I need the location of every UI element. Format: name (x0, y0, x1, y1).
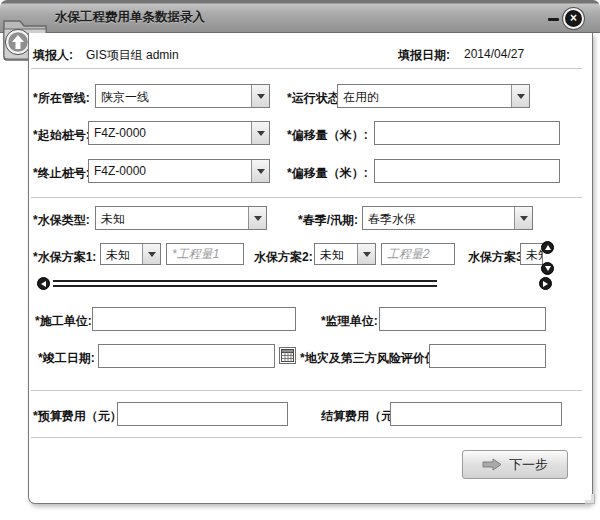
triangle-down-icon (545, 266, 551, 271)
season-dropdown-button[interactable] (514, 207, 532, 229)
chevron-down-icon (257, 94, 265, 99)
next-step-button[interactable]: 下一步 (462, 450, 568, 479)
budget-cost-label: *预算费用（元）: (33, 408, 126, 425)
end-offset-input[interactable] (374, 159, 560, 183)
completion-date-label: *竣工日期: (38, 350, 95, 367)
plan1-label: *水保方案1: (33, 249, 96, 266)
plan2-label: 水保方案2: (254, 249, 313, 266)
end-stake-select[interactable]: F4Z-0000 (88, 159, 270, 183)
risk-value-label: *地灾及第三方风险评价值: (300, 350, 441, 367)
ws-type-dropdown-button[interactable] (248, 207, 266, 229)
plan3-selected-value: 未知 (521, 244, 542, 264)
resize-grip[interactable] (585, 494, 595, 504)
entry-dialog-screen: 水保工程费用单条数据录入 × 填报人: GIS项目组 admin 填报日期: 2… (0, 0, 600, 520)
run-status-dropdown-button[interactable] (511, 85, 529, 107)
plan1-selected-value: 未知 (101, 244, 142, 264)
settlement-cost-input[interactable] (390, 402, 562, 426)
scroll-right-button[interactable] (539, 277, 552, 290)
builder-label: *施工单位: (35, 313, 92, 330)
start-stake-selected-value: F4Z-0000 (89, 122, 251, 144)
calendar-icon (281, 349, 294, 362)
plan2-quantity-input[interactable] (381, 243, 455, 265)
close-icon: × (570, 11, 577, 25)
end-stake-dropdown-button[interactable] (251, 160, 269, 182)
ws-type-selected-value: 未知 (96, 207, 248, 229)
close-button[interactable]: × (563, 8, 584, 29)
divider (31, 390, 582, 391)
title-bar: 水保工程费用单条数据录入 × (0, 0, 600, 33)
ws-type-label: *水保类型: (33, 212, 90, 229)
plan2-selected-value: 未知 (315, 244, 357, 264)
report-date-label: 填报日期: (398, 47, 450, 64)
pipeline-select[interactable]: 陕京一线 (95, 84, 270, 108)
pipeline-dropdown-button[interactable] (251, 85, 269, 107)
divider (31, 437, 582, 438)
season-select[interactable]: 春季水保 (362, 206, 533, 230)
plan1-dropdown-button[interactable] (142, 244, 160, 264)
next-step-label: 下一步 (509, 456, 548, 474)
triangle-up-icon (545, 245, 551, 250)
plan2-dropdown-button[interactable] (357, 244, 375, 264)
chevron-down-icon (363, 252, 371, 257)
plan3-select[interactable]: 未知 (520, 243, 543, 265)
divider (31, 68, 582, 69)
completion-date-input[interactable] (98, 344, 275, 368)
start-stake-label: *起始桩号: (33, 127, 90, 144)
triangle-left-icon (41, 281, 46, 287)
end-offset-label: *偏移量（米）: (287, 165, 368, 182)
chevron-down-icon (257, 169, 265, 174)
season-selected-value: 春季水保 (363, 207, 514, 229)
supervisor-label: *监理单位: (321, 313, 378, 330)
pipeline-selected-value: 陕京一线 (96, 85, 251, 107)
report-date-value: 2014/04/27 (464, 47, 524, 61)
minimize-button[interactable] (548, 18, 559, 21)
scroll-up-button[interactable] (541, 241, 554, 254)
risk-value-input[interactable] (429, 344, 546, 368)
scroll-down-button[interactable] (541, 262, 554, 275)
start-stake-select[interactable]: F4Z-0000 (88, 121, 270, 145)
horizontal-scrollbar-thumb[interactable] (53, 280, 437, 287)
scroll-left-button[interactable] (37, 277, 50, 290)
run-status-selected-value: 在用的 (338, 85, 511, 107)
ws-type-select[interactable]: 未知 (95, 206, 267, 230)
chevron-down-icon (148, 252, 156, 257)
chevron-down-icon (517, 94, 525, 99)
plan1-quantity-input[interactable] (166, 243, 244, 265)
pipeline-label: *所在管线: (33, 90, 90, 107)
plan2-select[interactable]: 未知 (314, 243, 376, 265)
divider (31, 197, 582, 198)
chevron-down-icon (257, 131, 265, 136)
triangle-right-icon (543, 281, 548, 287)
builder-input[interactable] (92, 307, 296, 331)
arrow-right-icon (482, 458, 502, 472)
end-stake-label: *终止桩号: (33, 165, 90, 182)
end-stake-selected-value: F4Z-0000 (89, 160, 251, 182)
chevron-down-icon (254, 216, 262, 221)
plan3-label: 水保方案3: (468, 249, 527, 266)
season-label: *春季/汛期: (298, 212, 358, 229)
budget-cost-input[interactable] (117, 402, 288, 426)
reporter-label: 填报人: (33, 47, 73, 64)
start-stake-dropdown-button[interactable] (251, 122, 269, 144)
run-status-select[interactable]: 在用的 (337, 84, 530, 108)
start-offset-label: *偏移量（米）: (287, 127, 368, 144)
dialog-title: 水保工程费用单条数据录入 (55, 9, 205, 26)
plan1-select[interactable]: 未知 (100, 243, 161, 265)
reporter-value: GIS项目组 admin (86, 47, 179, 64)
start-offset-input[interactable] (374, 121, 560, 145)
chevron-down-icon (520, 216, 528, 221)
calendar-button[interactable] (279, 347, 296, 364)
supervisor-input[interactable] (379, 307, 546, 331)
run-status-label: *运行状态: (287, 90, 344, 107)
